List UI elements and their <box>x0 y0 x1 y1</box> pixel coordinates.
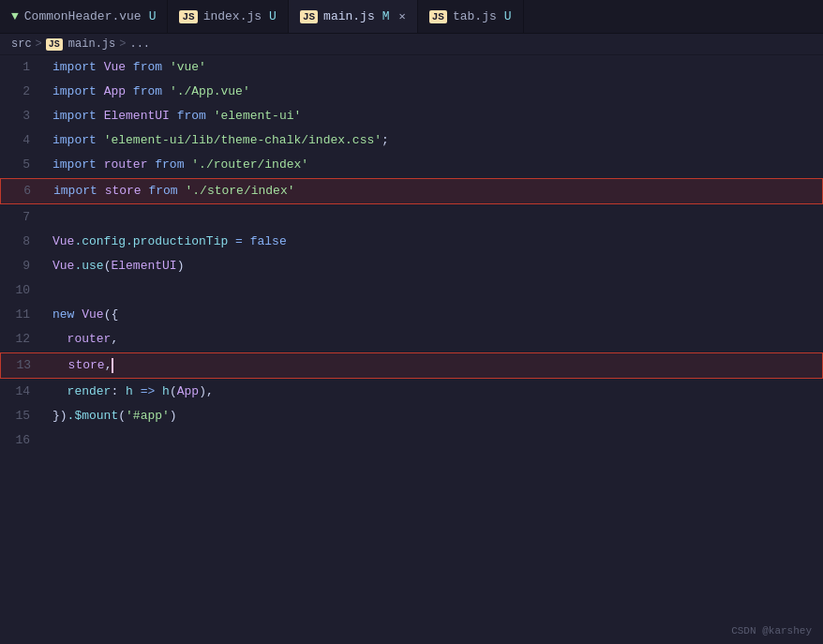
code-line-11: 11 new Vue({ <box>0 303 823 327</box>
tab-label: index.js <box>203 9 262 23</box>
tab-bar: ▼ CommonHeader.vue U JS index.js U JS ma… <box>0 0 823 34</box>
code-line-7: 7 <box>0 205 823 230</box>
tab-label: main.js <box>323 9 375 23</box>
tab-modified-badge: M <box>382 9 390 23</box>
line-content: Vue.use(ElementUI) <box>45 254 823 278</box>
code-line-5: 5 import router from './router/index' <box>0 153 823 177</box>
tab-label: tab.js <box>453 9 497 23</box>
line-content: import router from './router/index' <box>45 153 823 177</box>
code-line-14: 14 render: h => h(App), <box>0 380 823 404</box>
line-number: 3 <box>0 104 45 128</box>
line-content: new Vue({ <box>45 303 823 327</box>
code-line-8: 8 Vue.config.productionTip = false <box>0 230 823 254</box>
line-content <box>45 278 823 303</box>
breadcrumb-sep2: > <box>119 37 126 51</box>
line-content: render: h => h(App), <box>45 380 823 404</box>
tab-tabjs[interactable]: JS tab.js U <box>418 0 524 33</box>
tab-close-button[interactable]: ✕ <box>399 9 406 23</box>
line-content <box>45 428 823 453</box>
js-icon: JS <box>429 10 447 23</box>
code-line-1: 1 import Vue from 'vue' <box>0 55 823 80</box>
line-number: 7 <box>0 205 45 230</box>
code-line-6: 6 import store from './store/index' <box>0 178 823 204</box>
line-number: 8 <box>0 230 45 254</box>
tab-modified-badge: U <box>504 9 512 23</box>
code-line-10: 10 <box>0 278 823 303</box>
line-number: 14 <box>0 380 45 404</box>
line-number: 5 <box>0 153 45 177</box>
line-content: }).$mount('#app') <box>45 404 823 428</box>
line-number: 16 <box>0 428 45 453</box>
line-number: 13 <box>1 353 46 378</box>
line-content: import App from './App.vue' <box>45 80 823 104</box>
code-line-16: 16 <box>0 428 823 453</box>
breadcrumb-sep1: > <box>36 37 42 51</box>
line-number: 4 <box>0 128 45 153</box>
text-cursor <box>112 358 113 373</box>
line-content: import Vue from 'vue' <box>45 55 823 80</box>
watermark: CSDN @karshey <box>731 625 812 637</box>
line-number: 10 <box>0 278 45 303</box>
line-number: 12 <box>0 327 45 352</box>
tab-main[interactable]: JS main.js M ✕ <box>289 0 418 33</box>
code-line-15: 15 }).$mount('#app') <box>0 404 823 428</box>
tab-modified-badge: U <box>149 9 157 23</box>
tab-modified-badge: U <box>269 9 277 23</box>
line-content: Vue.config.productionTip = false <box>45 230 823 254</box>
js-icon: JS <box>300 10 318 23</box>
line-content <box>45 205 823 230</box>
breadcrumb-src: src <box>11 37 32 51</box>
breadcrumb-trail: ... <box>129 37 150 51</box>
code-line-3: 3 import ElementUI from 'element-ui' <box>0 104 823 128</box>
vue-icon: ▼ <box>11 9 19 23</box>
line-content: import 'element-ui/lib/theme-chalk/index… <box>45 128 823 153</box>
line-content: store, <box>46 353 822 378</box>
line-number: 11 <box>0 303 45 327</box>
tab-commonheader[interactable]: ▼ CommonHeader.vue U <box>0 0 168 33</box>
js-icon: JS <box>179 10 197 23</box>
breadcrumb: src > JS main.js > ... <box>0 34 823 55</box>
line-content: import store from './store/index' <box>46 179 822 203</box>
code-line-13: 13 store, <box>0 352 823 379</box>
editor[interactable]: 1 import Vue from 'vue' 2 import App fro… <box>0 55 823 453</box>
line-number: 9 <box>0 254 45 278</box>
code-line-4: 4 import 'element-ui/lib/theme-chalk/ind… <box>0 128 823 153</box>
breadcrumb-js-badge: JS <box>46 38 63 51</box>
line-number: 15 <box>0 404 45 428</box>
line-number: 1 <box>0 55 45 80</box>
line-number: 2 <box>0 80 45 104</box>
app-container: ▼ CommonHeader.vue U JS index.js U JS ma… <box>0 0 823 644</box>
code-line-2: 2 import App from './App.vue' <box>0 80 823 104</box>
line-number: 6 <box>1 179 46 203</box>
code-line-9: 9 Vue.use(ElementUI) <box>0 254 823 278</box>
tab-index[interactable]: JS index.js U <box>168 0 288 33</box>
code-line-12: 12 router, <box>0 327 823 352</box>
line-content: router, <box>45 327 823 352</box>
tab-label: CommonHeader.vue <box>24 9 142 23</box>
breadcrumb-file: main.js <box>68 37 115 51</box>
line-content: import ElementUI from 'element-ui' <box>45 104 823 128</box>
